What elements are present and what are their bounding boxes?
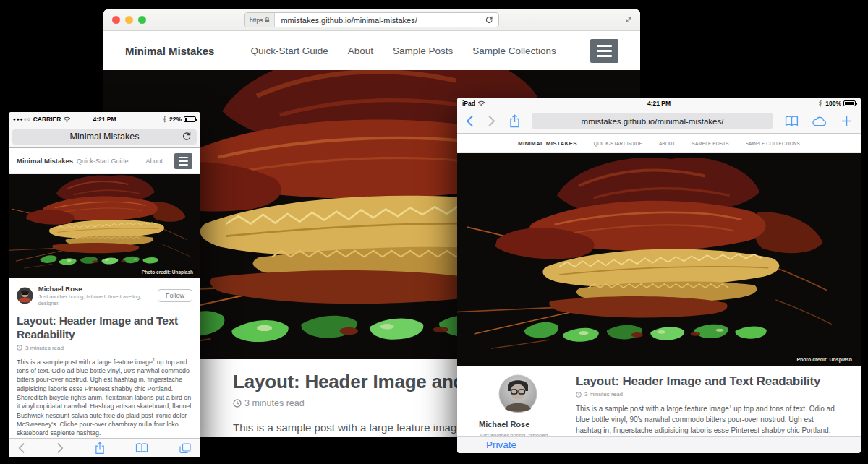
iphone-safari-window: ●●●○○ CARRIER 4:21 PM 22% Minimal Mistak… (9, 112, 200, 457)
battery-icon (843, 100, 856, 106)
iphone-bottom-toolbar (9, 438, 200, 457)
share-icon[interactable] (509, 114, 520, 128)
follow-button[interactable]: Follow (158, 289, 192, 302)
avatar (498, 374, 537, 413)
author-sidebar: Michael Rose Just another boring, tattoo… (479, 374, 557, 436)
iphone-post-content: Michael Rose Just another boring, tattoo… (9, 278, 200, 438)
iphone-address-bar[interactable]: Minimal Mistakes (12, 129, 197, 145)
menu-toggle-button[interactable] (174, 153, 192, 169)
author-name: Michael Rose (38, 285, 158, 293)
iphone-url-row: Minimal Mistakes (9, 126, 200, 148)
clock-icon (233, 399, 242, 408)
lock-icon (265, 17, 270, 23)
private-browsing-bar: Private (457, 436, 861, 453)
wifi-icon (63, 116, 71, 122)
nav-sample-collections[interactable]: Sample Collections (472, 46, 556, 56)
clock-icon (576, 392, 582, 398)
ipad-safari-window: iPad 4:21 PM 100% mmistakes.github.io/mi… (457, 98, 861, 453)
tabs-icon[interactable] (179, 443, 191, 454)
wifi-icon (477, 100, 485, 106)
post-title: Layout: Header Image and Text Readabilit… (17, 314, 192, 342)
signal-dots: ●●●○○ (13, 116, 31, 121)
back-button[interactable] (18, 442, 25, 454)
bluetooth-icon (818, 100, 823, 107)
ipad-site-nav: MINIMAL MISTAKES QUICK-START GUIDE ABOUT… (457, 134, 861, 153)
post-title: Layout: Header Image and Text Readabilit… (576, 374, 836, 389)
url-title: Minimal Mistakes (70, 132, 140, 142)
read-time: 3 minutes read (17, 345, 192, 351)
nav-sample-posts[interactable]: Sample Posts (393, 46, 453, 56)
ipad-toolbar: mmistakes.github.io/minimal-mistakes/ (457, 109, 861, 134)
feature-image: Photo credit: Unsplash (9, 174, 200, 278)
ipad-status-bar: iPad 4:21 PM 100% (457, 98, 861, 109)
composite-screenshot: https mmistakes.github.io/minimal-mistak… (0, 0, 868, 464)
iphone-status-bar: ●●●○○ CARRIER 4:21 PM 22% (9, 112, 200, 126)
private-button[interactable]: Private (486, 439, 516, 450)
ipad-post-content: Michael Rose Just another boring, tattoo… (457, 366, 861, 436)
menu-toggle-button[interactable] (590, 39, 618, 63)
nav-quick-start-guide[interactable]: Quick-Start Guide (250, 46, 328, 56)
device-label: iPad (462, 100, 475, 107)
nav-quick-start-guide[interactable]: QUICK-START GUIDE (594, 141, 642, 146)
fullscreen-icon[interactable] (624, 15, 633, 24)
nav-sample-posts[interactable]: SAMPLE POSTS (692, 141, 729, 146)
nav-quick-start-guide[interactable]: Quick-Start Guide (77, 158, 129, 165)
desktop-browser-chrome: https mmistakes.github.io/minimal-mistak… (103, 9, 640, 31)
https-badge: https (245, 13, 275, 27)
bookmarks-icon[interactable] (135, 443, 148, 453)
battery-icon (184, 116, 196, 122)
post-paragraph: This is a sample post with a large featu… (17, 358, 192, 438)
bookmarks-icon[interactable] (785, 116, 799, 126)
share-icon[interactable] (95, 442, 105, 455)
new-tab-icon[interactable] (841, 116, 852, 126)
photo-credit-badge: Photo credit: Unsplash (793, 356, 856, 363)
photo-credit-badge: Photo credit: Unsplash (138, 269, 197, 275)
address-bar[interactable]: https mmistakes.github.io/minimal-mistak… (244, 12, 499, 27)
zoom-window-button[interactable] (138, 16, 146, 24)
site-brand-link[interactable]: Minimal Mistakes (17, 157, 73, 165)
author-bio: Just another boring, tattooed, time trav… (38, 293, 158, 306)
carrier-label: CARRIER (33, 116, 61, 123)
battery-percent: 22% (169, 116, 182, 123)
ipad-address-bar[interactable]: mmistakes.github.io/minimal-mistakes/ (532, 113, 773, 129)
battery-percent: 100% (825, 100, 841, 107)
forward-button[interactable] (488, 115, 495, 127)
read-time: 3 minutes read (576, 391, 836, 398)
iphone-site-nav: Minimal Mistakes Quick-Start Guide About (9, 148, 200, 174)
https-label: https (250, 17, 263, 24)
avatar (17, 287, 33, 304)
nav-sample-collections[interactable]: SAMPLE COLLECTIONS (746, 141, 800, 146)
site-brand-link[interactable]: Minimal Mistakes (125, 45, 214, 57)
post-paragraph: This is a sample post with a large featu… (576, 403, 836, 436)
back-button[interactable] (466, 115, 474, 127)
nav-about[interactable]: About (348, 46, 373, 56)
nav-about[interactable]: About (145, 158, 163, 165)
site-brand-link[interactable]: MINIMAL MISTAKES (518, 140, 577, 147)
url-text: mmistakes.github.io/minimal-mistakes/ (275, 16, 485, 25)
author-name: Michael Rose (479, 420, 557, 429)
reload-icon[interactable] (182, 132, 192, 141)
minimize-window-button[interactable] (125, 16, 133, 24)
reload-icon[interactable] (485, 16, 493, 24)
close-window-button[interactable] (112, 16, 120, 24)
status-time: 4:21 PM (457, 100, 861, 107)
desktop-site-nav: Minimal Mistakes Quick-Start Guide About… (103, 31, 640, 70)
window-controls (112, 16, 146, 24)
author-row: Michael Rose Just another boring, tattoo… (17, 285, 192, 306)
icloud-tabs-icon[interactable] (812, 116, 827, 126)
forward-button[interactable] (56, 442, 64, 454)
clock-icon (17, 345, 22, 351)
feature-image: Photo credit: Unsplash (457, 153, 861, 366)
nav-about[interactable]: ABOUT (659, 141, 676, 146)
bluetooth-icon (162, 116, 167, 123)
